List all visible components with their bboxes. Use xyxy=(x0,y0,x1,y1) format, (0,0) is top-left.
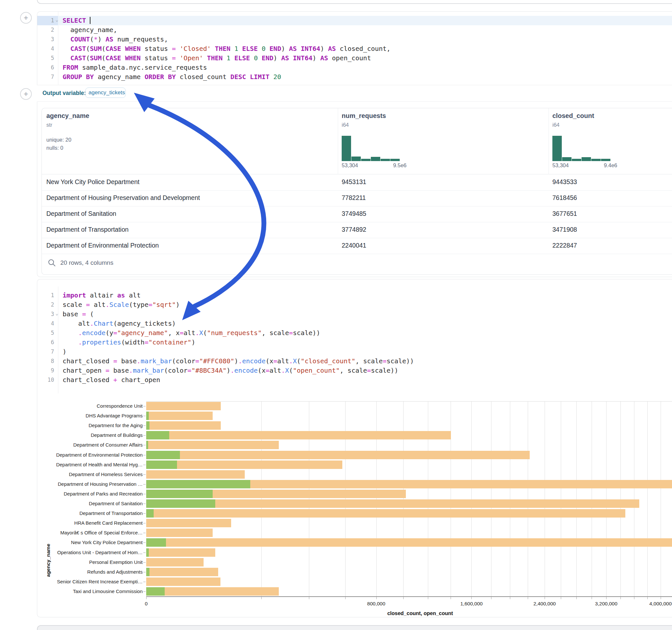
table-cell: 3677651 xyxy=(552,210,577,217)
x-axis-tick-label: 4,000,000 xyxy=(649,601,672,607)
table-cell: 9443533 xyxy=(552,178,577,186)
table-cell: 2222847 xyxy=(552,242,577,249)
code-line[interactable]: 2 agency_name, xyxy=(37,25,672,35)
code-line[interactable]: 6FROM sample_data.nyc.service_requests xyxy=(37,63,672,72)
code-text: scale = alt.Scale(type="sqrt") xyxy=(58,300,179,310)
code-text: COUNT(*) AS num_requests, xyxy=(58,35,168,44)
code-line[interactable]: 3⌄base = ( xyxy=(37,310,672,319)
code-text: chart_closed = base.mark_bar(color="#FFC… xyxy=(58,357,414,366)
line-number: 4 xyxy=(37,44,54,53)
code-text: GROUP BY agency_name ORDER BY closed_cou… xyxy=(58,72,281,82)
code-text: alt.Chart(agency_tickets) xyxy=(58,319,176,328)
code-line[interactable]: 10chart_closed + chart_open xyxy=(37,375,672,385)
histogram-range-labels: 53,3049.4e6 xyxy=(552,162,617,169)
chart-row-label: Department for the Aging xyxy=(45,422,143,428)
code-line[interactable]: 4 CAST(SUM(CASE WHEN status = 'Closed' T… xyxy=(37,44,672,53)
table-cell: 7618456 xyxy=(552,194,577,201)
column-type: i64 xyxy=(552,122,559,128)
chart-row-label: Department of Transportation xyxy=(45,510,143,516)
histogram-bar xyxy=(342,136,351,161)
chart-row-label: Personal Exemption Unit xyxy=(45,559,143,565)
code-line[interactable]: 8chart_closed = base.mark_bar(color="#FF… xyxy=(37,357,672,366)
bar-open-count xyxy=(146,451,180,459)
table-cell: Department of Transportation xyxy=(46,226,129,233)
y-axis-tick xyxy=(143,406,146,406)
sql-code-editor[interactable]: 1⌄SELECT 2 agency_name,3 COUNT(*) AS num… xyxy=(37,16,672,82)
add-cell-button-output[interactable]: + xyxy=(20,88,32,100)
add-cell-button-top[interactable]: + xyxy=(20,12,32,24)
histogram-bar xyxy=(390,159,400,161)
gridline xyxy=(403,401,404,596)
bar-open-count xyxy=(146,480,250,488)
gridline xyxy=(491,401,491,596)
altair-bar-chart: Correspondence UnitDHS Advantage Program… xyxy=(0,392,672,619)
bar-open-count xyxy=(146,548,149,557)
column-title[interactable]: closed_count xyxy=(552,112,594,120)
x-axis-tick xyxy=(661,597,661,599)
x-axis-tick xyxy=(309,597,309,599)
python-code-editor[interactable]: 1import altair as alt2scale = alt.Scale(… xyxy=(37,291,672,385)
bar-closed-count xyxy=(146,578,220,586)
search-icon[interactable] xyxy=(48,259,56,267)
gridline xyxy=(592,401,592,596)
bar-closed-count xyxy=(146,441,279,449)
line-number: 10 xyxy=(37,375,54,385)
table-cell: 3749485 xyxy=(342,210,366,217)
code-text: FROM sample_data.nyc.service_requests xyxy=(58,63,207,72)
histogram-bar xyxy=(552,136,562,161)
x-axis-tick xyxy=(647,597,648,599)
gridline xyxy=(545,401,545,596)
table-cell: 3774892 xyxy=(342,226,366,233)
chart-row-label: HRA Benefit Card Replacement xyxy=(45,520,143,526)
code-line[interactable]: 5 CAST(SUM(CASE WHEN status = 'Open' THE… xyxy=(37,53,672,63)
code-line[interactable]: 9chart_open = base.mark_bar(color="#8BC3… xyxy=(37,366,672,375)
line-number: 4 xyxy=(37,319,54,328)
y-axis-tick xyxy=(143,504,146,504)
code-line[interactable]: 7) xyxy=(37,347,672,357)
code-line[interactable]: 5 .encode(y="agency_name", x=alt.X("num_… xyxy=(37,328,672,338)
y-axis-tick xyxy=(143,465,146,465)
column-type: i64 xyxy=(342,122,349,128)
x-axis-tick xyxy=(576,597,577,599)
column-histogram xyxy=(552,136,611,161)
x-axis-tick xyxy=(592,597,592,599)
line-number: 8 xyxy=(37,357,54,366)
bar-closed-count xyxy=(146,529,213,537)
gridline xyxy=(428,401,428,596)
code-line[interactable]: 6 .properties(width="container") xyxy=(37,338,672,347)
bar-closed-count xyxy=(146,470,245,479)
column-title[interactable]: num_requests xyxy=(342,112,386,120)
table-row: Department of Sanitation37494853677651 xyxy=(42,206,672,222)
chart-row-label: Refunds and Adjustments xyxy=(45,569,143,575)
column-stat: unique: 20 xyxy=(46,137,71,143)
code-line[interactable]: 4 alt.Chart(agency_tickets) xyxy=(37,319,672,328)
x-axis-tick-label: 0 xyxy=(145,601,148,607)
code-text: chart_open = base.mark_bar(color="#8BC34… xyxy=(58,366,399,375)
column-type: str xyxy=(46,122,52,128)
table-row: New York City Police Department945313194… xyxy=(42,174,672,191)
table-cell: Department of Housing Preservation and D… xyxy=(46,194,200,201)
output-variable-pill[interactable]: agency_tickets xyxy=(85,88,126,98)
result-table: agency_namestrunique: 20nulls: 0num_requ… xyxy=(42,108,672,275)
code-line[interactable]: 7GROUP BY agency_name ORDER BY closed_co… xyxy=(37,72,672,82)
x-axis-tick-label: 1,600,000 xyxy=(460,601,483,607)
line-number: 6 xyxy=(37,63,54,72)
bar-open-count xyxy=(146,587,165,596)
code-line[interactable]: 2scale = alt.Scale(type="sqrt") xyxy=(37,300,672,310)
x-axis-tick xyxy=(471,597,472,599)
code-line[interactable]: 3 COUNT(*) AS num_requests, xyxy=(37,35,672,44)
code-line[interactable]: 1import altair as alt xyxy=(37,291,672,300)
gridline xyxy=(451,401,451,596)
x-axis-tick xyxy=(634,597,634,599)
histogram-range-labels: 53,3049.5e6 xyxy=(342,162,407,169)
column-title[interactable]: agency_name xyxy=(46,112,89,120)
y-axis-tick xyxy=(143,513,146,514)
chart-row-label: Correspondence Unit xyxy=(45,403,143,409)
x-axis-tick xyxy=(491,597,491,599)
y-axis-tick xyxy=(143,494,146,494)
x-axis-tick xyxy=(528,597,528,599)
code-line[interactable]: 1⌄SELECT xyxy=(37,16,672,25)
y-axis-tick xyxy=(143,542,146,543)
gridline xyxy=(634,401,634,596)
text-cursor xyxy=(90,17,91,24)
